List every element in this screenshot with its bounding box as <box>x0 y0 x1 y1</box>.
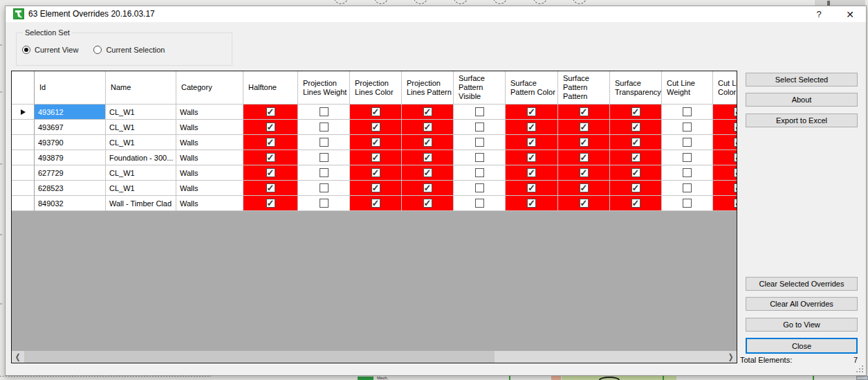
checkbox-checked-icon[interactable] <box>527 183 536 192</box>
checkbox-checked-icon[interactable] <box>423 183 432 192</box>
checkbox-checked-icon[interactable] <box>371 153 380 162</box>
cell-name[interactable]: CL_W1 <box>106 165 176 181</box>
override-cell[interactable] <box>713 181 737 196</box>
checkbox-checked-icon[interactable] <box>266 168 275 177</box>
resize-grip[interactable] <box>856 365 864 373</box>
cell-id[interactable]: 628523 <box>35 181 106 196</box>
grid-column-header[interactable]: Halftone <box>243 71 298 105</box>
row-selector[interactable] <box>12 105 35 120</box>
grid-column-header[interactable]: Surface Transparency <box>610 71 662 105</box>
checkbox-unchecked-icon[interactable] <box>475 138 484 147</box>
override-cell[interactable] <box>243 105 298 120</box>
override-cell[interactable] <box>243 181 298 196</box>
checkbox-checked-icon[interactable] <box>266 183 275 192</box>
checkbox-unchecked-icon[interactable] <box>320 168 329 177</box>
checkbox-checked-icon[interactable] <box>423 168 432 177</box>
override-cell[interactable] <box>454 165 506 181</box>
checkbox-unchecked-icon[interactable] <box>683 123 692 132</box>
checkbox-checked-icon[interactable] <box>527 153 536 162</box>
override-cell[interactable] <box>454 181 506 196</box>
override-cell[interactable] <box>243 196 298 211</box>
close-button[interactable]: Close <box>746 338 858 354</box>
checkbox-unchecked-icon[interactable] <box>320 183 329 192</box>
checkbox-checked-icon[interactable] <box>631 123 640 132</box>
override-cell[interactable] <box>506 120 558 135</box>
radio-current-selection[interactable]: Current Selection <box>93 46 165 54</box>
cell-category[interactable]: Walls <box>176 150 243 165</box>
cell-name[interactable]: CL_W1 <box>106 181 176 196</box>
checkbox-checked-icon[interactable] <box>266 153 275 162</box>
grid-column-header[interactable]: Id <box>35 71 106 105</box>
checkbox-unchecked-icon[interactable] <box>683 138 692 147</box>
checkbox-unchecked-icon[interactable] <box>683 107 692 116</box>
checkbox-checked-icon[interactable] <box>266 138 275 147</box>
checkbox-unchecked-icon[interactable] <box>475 153 484 162</box>
override-cell[interactable] <box>610 105 662 120</box>
cell-category[interactable]: Walls <box>176 135 243 150</box>
override-cell[interactable] <box>610 120 662 135</box>
checkbox-unchecked-icon[interactable] <box>475 183 484 192</box>
row-selector[interactable] <box>12 165 35 181</box>
grid-column-header[interactable]: Surface Pattern Visible <box>454 71 506 105</box>
radio-current-view[interactable]: Current View <box>22 46 78 54</box>
grid-column-header[interactable]: Category <box>176 71 243 105</box>
checkbox-checked-icon[interactable] <box>580 123 589 132</box>
override-cell[interactable] <box>506 150 558 165</box>
grid-column-header[interactable]: Projection Lines Weight <box>298 71 350 105</box>
override-cell[interactable] <box>713 150 737 165</box>
checkbox-unchecked-icon[interactable] <box>320 138 329 147</box>
checkbox-unchecked-icon[interactable] <box>475 168 484 177</box>
checkbox-checked-icon[interactable] <box>734 138 737 147</box>
checkbox-unchecked-icon[interactable] <box>320 107 329 116</box>
override-cell[interactable] <box>454 105 506 120</box>
scroll-right-icon[interactable]: ❭ <box>725 351 737 363</box>
override-cell[interactable] <box>402 135 454 150</box>
checkbox-checked-icon[interactable] <box>371 107 380 116</box>
checkbox-checked-icon[interactable] <box>631 168 640 177</box>
horizontal-scrollbar[interactable]: ❬ ❭ <box>12 351 737 363</box>
override-cell[interactable] <box>243 165 298 181</box>
checkbox-unchecked-icon[interactable] <box>475 199 484 208</box>
cell-id[interactable]: 627729 <box>35 165 106 181</box>
override-cell[interactable] <box>454 135 506 150</box>
override-cell[interactable] <box>243 150 298 165</box>
checkbox-checked-icon[interactable] <box>631 107 640 116</box>
grid-column-header[interactable]: Cut Line Color <box>713 71 737 105</box>
row-selector[interactable] <box>12 150 35 165</box>
cell-id[interactable]: 493790 <box>35 135 106 150</box>
checkbox-checked-icon[interactable] <box>527 123 536 132</box>
override-cell[interactable] <box>662 105 713 120</box>
checkbox-checked-icon[interactable] <box>734 168 737 177</box>
override-cell[interactable] <box>350 135 402 150</box>
override-cell[interactable] <box>298 120 350 135</box>
override-cell[interactable] <box>506 135 558 150</box>
override-cell[interactable] <box>402 150 454 165</box>
grid-column-header[interactable]: Cut Line Weight <box>662 71 713 105</box>
cell-name[interactable]: CL_W1 <box>106 105 176 120</box>
export-to-excel-button[interactable]: Export to Excel <box>746 114 858 127</box>
scrollbar-thumb[interactable] <box>24 351 495 363</box>
checkbox-checked-icon[interactable] <box>527 138 536 147</box>
override-cell[interactable] <box>713 196 737 211</box>
override-cell[interactable] <box>713 165 737 181</box>
title-bar[interactable]: 63 Element Overrides 20.16.03.17 ? ✕ <box>6 6 866 22</box>
checkbox-checked-icon[interactable] <box>734 123 737 132</box>
checkbox-unchecked-icon[interactable] <box>475 123 484 132</box>
row-selector[interactable] <box>12 196 35 211</box>
checkbox-checked-icon[interactable] <box>527 168 536 177</box>
override-cell[interactable] <box>662 181 713 196</box>
cell-category[interactable]: Walls <box>176 181 243 196</box>
checkbox-checked-icon[interactable] <box>580 199 589 208</box>
override-cell[interactable] <box>298 150 350 165</box>
override-cell[interactable] <box>298 196 350 211</box>
checkbox-checked-icon[interactable] <box>631 199 640 208</box>
checkbox-checked-icon[interactable] <box>527 199 536 208</box>
grid-column-header[interactable]: Projection Lines Color <box>350 71 402 105</box>
go-to-view-button[interactable]: Go to View <box>746 318 858 332</box>
grid-column-header[interactable]: Surface Pattern Color <box>506 71 558 105</box>
checkbox-checked-icon[interactable] <box>266 199 275 208</box>
checkbox-checked-icon[interactable] <box>423 123 432 132</box>
cell-name[interactable]: Foundation - 300... <box>106 150 176 165</box>
checkbox-checked-icon[interactable] <box>580 183 589 192</box>
checkbox-checked-icon[interactable] <box>580 138 589 147</box>
